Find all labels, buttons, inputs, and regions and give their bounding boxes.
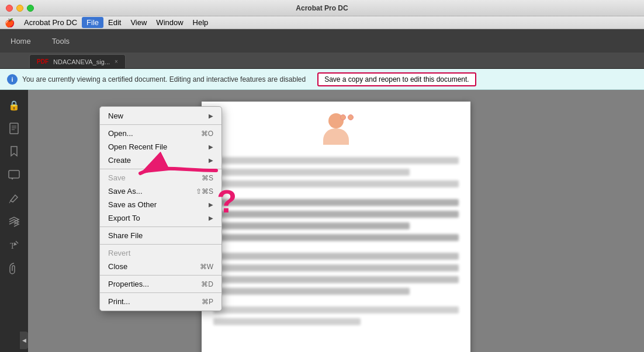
save-copy-button[interactable]: Save a copy and reopen to edit this docu…	[317, 72, 476, 86]
menu-acrobat[interactable]: Acrobat Pro DC	[19, 17, 82, 28]
menu-item-create[interactable]: Create ▶	[100, 154, 221, 167]
document-tab[interactable]: PDF NDACANEVA_sig... ×	[29, 54, 126, 68]
window-title: Acrobat Pro DC	[296, 4, 348, 12]
menu-item-new[interactable]: New ▶	[100, 109, 221, 123]
apple-menu[interactable]: 🍎	[5, 18, 15, 27]
file-menu-dropdown: New ▶ Open... ⌘O Open Recent File ▶ Crea…	[99, 106, 222, 311]
traffic-lights[interactable]	[6, 5, 34, 12]
doc-line	[213, 276, 459, 283]
menu-window[interactable]: Window	[151, 17, 188, 28]
menu-item-open[interactable]: Open... ⌘O	[100, 127, 221, 140]
menu-separator	[100, 124, 221, 125]
lock-icon[interactable]: 🔒	[5, 96, 23, 114]
close-button[interactable]	[6, 5, 13, 12]
menu-separator	[100, 244, 221, 245]
doc-line	[213, 157, 459, 164]
info-bar: i You are currently viewing a certified …	[0, 69, 644, 90]
menu-separator	[100, 169, 221, 169]
menu-item-share-file[interactable]: Share File	[100, 229, 221, 242]
doc-line	[213, 253, 459, 260]
doc-line	[213, 288, 410, 295]
title-bar: Acrobat Pro DC	[0, 0, 644, 16]
tab-filename: NDACANEVA_sig...	[53, 58, 110, 65]
svg-line-7	[16, 241, 18, 243]
sidebar: 🔒 T ◀	[0, 90, 28, 352]
collapse-sidebar-button[interactable]: ◀	[20, 332, 28, 349]
maximize-button[interactable]	[27, 5, 34, 12]
toolbar-tools[interactable]: Tools	[47, 34, 74, 48]
document-page	[202, 102, 470, 352]
minimize-button[interactable]	[16, 5, 23, 12]
menu-bar: 🍎 Acrobat Pro DC File Edit View Window H…	[0, 16, 644, 29]
svg-rect-0	[10, 123, 18, 134]
doc-line	[213, 264, 459, 271]
info-icon: i	[7, 74, 18, 85]
menu-item-close[interactable]: Close ⌘W	[100, 260, 221, 273]
menu-item-revert: Revert	[100, 246, 221, 260]
info-message: You are currently viewing a certified do…	[22, 75, 306, 83]
bookmark-icon[interactable]	[5, 142, 23, 161]
menu-separator	[100, 226, 221, 227]
doc-line	[213, 222, 410, 229]
pdf-icon: PDF	[37, 58, 49, 65]
menu-separator	[100, 292, 221, 293]
svg-line-5	[9, 201, 11, 203]
doc-header-figure	[213, 113, 459, 148]
doc-line	[213, 318, 361, 325]
toolbar: Home Tools	[0, 29, 644, 53]
menu-help[interactable]: Help	[188, 17, 213, 28]
menu-file[interactable]: File	[82, 17, 103, 28]
doc-line	[213, 234, 459, 241]
dropdown-menu-container: New ▶ Open... ⌘O Open Recent File ▶ Crea…	[99, 106, 222, 311]
menu-item-save: Save ⌘S	[100, 171, 221, 184]
menu-separator	[100, 275, 221, 276]
tab-bar: PDF NDACANEVA_sig... ×	[0, 53, 644, 69]
svg-rect-4	[9, 170, 19, 178]
menu-item-open-recent[interactable]: Open Recent File ▶	[100, 140, 221, 154]
tab-close-button[interactable]: ×	[115, 58, 118, 65]
doc-line	[213, 306, 459, 313]
menu-item-export-to[interactable]: Export To ▶	[100, 211, 221, 225]
layers-icon[interactable]	[5, 212, 23, 231]
avatar-figure	[318, 113, 354, 148]
menu-item-save-as[interactable]: Save As... ⇧⌘S	[100, 184, 221, 198]
menu-item-properties[interactable]: Properties... ⌘D	[100, 277, 221, 291]
doc-line	[213, 199, 459, 206]
edit-text-icon[interactable]: T	[5, 236, 23, 255]
menu-edit[interactable]: Edit	[103, 17, 126, 28]
page-icon[interactable]	[5, 119, 23, 138]
doc-line	[213, 169, 410, 176]
toolbar-home[interactable]: Home	[6, 34, 36, 48]
comment-icon[interactable]	[5, 166, 23, 184]
pen-icon[interactable]	[5, 189, 23, 208]
menu-item-save-as-other[interactable]: Save as Other ▶	[100, 198, 221, 211]
doc-line	[213, 211, 459, 218]
menu-item-print[interactable]: Print... ⌘P	[100, 295, 221, 308]
menu-view[interactable]: View	[126, 17, 151, 28]
attach-icon[interactable]	[5, 259, 23, 278]
doc-line	[213, 180, 459, 187]
